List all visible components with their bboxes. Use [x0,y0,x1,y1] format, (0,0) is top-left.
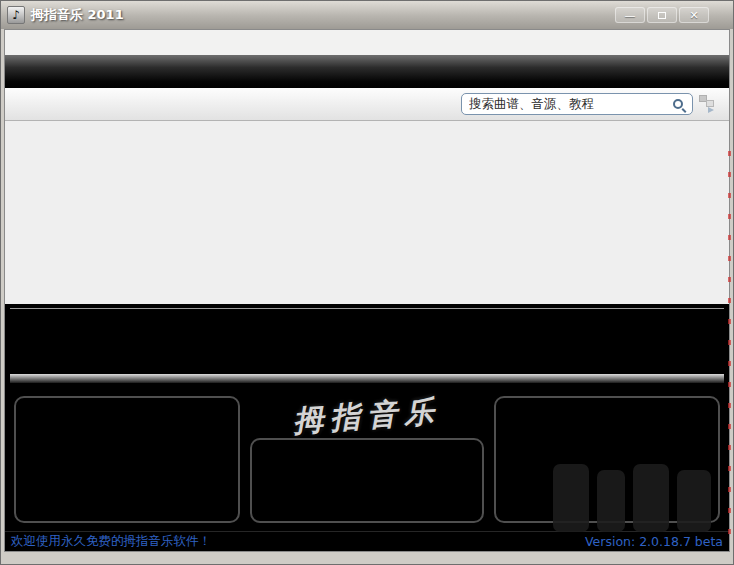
titlebar[interactable]: ♪ 拇指音乐 2011 — ✕ [1,1,733,29]
status-message: 欢迎使用永久免费的拇指音乐软件！ [11,533,211,550]
search-input[interactable]: 搜索曲谱、音源、教程 [461,93,693,115]
edge-markers [728,151,731,536]
piano-reflection [10,374,724,383]
virtual-keyboard [5,121,729,304]
keyboard-body [13,156,721,298]
window-controls: — ✕ [615,7,727,23]
app-window: ♪ 拇指音乐 2011 — ✕ 搜索曲谱、音源、教程 [0,0,734,565]
share-icon[interactable] [699,95,719,113]
menubar [5,30,729,55]
nav-key-cluster [485,156,584,298]
piano-keys [10,308,724,374]
maximize-button[interactable] [647,7,677,23]
right-instrument-panel [494,396,720,523]
piano [5,304,729,386]
search-icon[interactable] [673,99,683,109]
main-key-block [13,156,479,298]
search-strip: 搜索曲谱、音源、教程 [5,88,729,121]
mixer-panel: 拇指音乐 [5,386,729,531]
statusbar: 欢迎使用永久免费的拇指音乐软件！ Version: 2.0.18.7 beta [5,531,729,551]
numpad-cluster [590,156,721,298]
close-button[interactable]: ✕ [679,7,709,23]
function-key-row [13,126,721,150]
minimize-button[interactable]: — [615,7,645,23]
left-instrument-panel [14,396,240,523]
center-column: 拇指音乐 [250,396,484,523]
midi-settings-panel [250,438,484,523]
maximize-icon [658,12,666,19]
window-title: 拇指音乐 2011 [31,6,124,24]
version-label: Version: 2.0.18.7 beta [585,534,723,549]
share-icon-square [706,100,714,107]
share-icon-arrow [708,107,714,113]
search-placeholder: 搜索曲谱、音源、教程 [469,96,673,113]
window-content: 搜索曲谱、音源、教程 拇指音乐 [4,29,730,552]
toolbar [5,55,729,88]
app-icon: ♪ [7,6,25,24]
